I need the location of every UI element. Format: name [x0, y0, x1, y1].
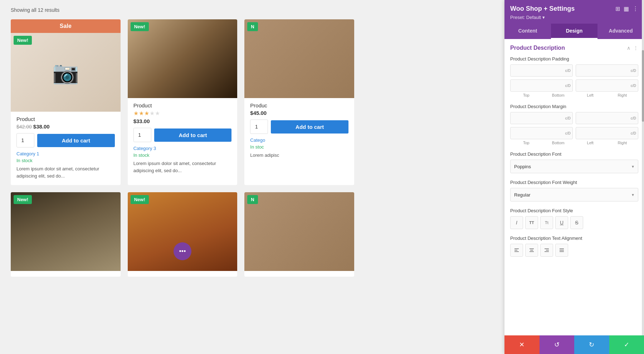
products-grid: Sale 📷 New! Product $42.00$38.00 Add to … — [11, 19, 354, 185]
qty-input-2[interactable] — [133, 128, 151, 142]
margin-label: Product Description Margin — [510, 104, 638, 109]
cancel-button[interactable]: ✕ — [504, 335, 540, 354]
results-count: Showing all 12 results — [11, 7, 494, 13]
margin-right-input[interactable] — [576, 127, 638, 139]
padding-left-unit: c/D — [565, 84, 571, 88]
margin-right-unit: c/D — [630, 131, 636, 135]
save-button[interactable]: ✓ — [609, 335, 644, 354]
align-left-btn[interactable] — [510, 244, 523, 257]
padding-right-input[interactable] — [576, 79, 638, 92]
qty-input-1[interactable] — [16, 133, 34, 147]
product-image-6: N — [244, 192, 354, 271]
margin-right-label: Right — [606, 141, 639, 145]
panel-icon-more[interactable]: ⋮ — [633, 5, 638, 12]
product-card-4: New! — [11, 192, 121, 277]
qty-input-3[interactable] — [250, 120, 268, 134]
align-buttons — [510, 244, 638, 257]
scrollbar-track — [642, 0, 644, 335]
padding-bottom-label: Bottom — [542, 93, 575, 97]
align-right-btn[interactable] — [540, 244, 553, 257]
font-style-group: Product Description Font Style I TT Tt U… — [510, 208, 638, 229]
padding-left-input-wrap: c/D — [510, 79, 573, 92]
align-justify-btn[interactable] — [555, 244, 568, 257]
product-card-3: N Produc $45.00 Add to cart Catego In st… — [244, 19, 354, 185]
panel-preset-arrow: ▾ — [542, 15, 545, 20]
font-weight-label: Product Description Font Weight — [510, 180, 638, 185]
padding-left-input[interactable] — [510, 79, 573, 92]
margin-left-input[interactable] — [510, 127, 573, 139]
stock-status-3: In stoc — [250, 144, 348, 150]
undo-button[interactable]: ↺ — [540, 335, 575, 354]
style-italic-btn[interactable]: I — [510, 216, 523, 229]
panel-tabs: Content Design Advanced — [504, 24, 644, 39]
tab-content[interactable]: Content — [504, 24, 551, 39]
font-select[interactable]: Poppins Open Sans Roboto — [510, 160, 638, 173]
panel-icon-responsive[interactable]: ⊞ — [615, 5, 620, 12]
margin-bottom-input[interactable] — [576, 112, 638, 124]
product-title-3: Produc — [250, 102, 348, 108]
category-link-3[interactable]: Catego — [250, 137, 348, 143]
product-badge-1: New! — [14, 36, 32, 45]
add-to-cart-btn-2[interactable]: Add to cart — [154, 128, 232, 142]
product-badge-2: New! — [131, 22, 149, 31]
panel-header: Woo Shop + Settings ⊞ ▦ ⋮ Preset: Defaul… — [504, 0, 644, 24]
product-card-5: New! ••• — [128, 192, 238, 277]
margin-left-label: Left — [574, 141, 606, 145]
product-badge-3: N — [247, 22, 258, 31]
svg-rect-5 — [530, 251, 534, 252]
panel-body: Product Description ∧ ⋮ Product Descript… — [504, 39, 644, 335]
padding-bottom-unit: c/D — [630, 69, 636, 73]
font-weight-select[interactable]: Regular Bold Light — [510, 188, 638, 202]
scrollbar-thumb[interactable] — [642, 50, 644, 122]
style-underline-btn[interactable]: U — [555, 216, 568, 229]
svg-rect-6 — [545, 248, 549, 249]
product-desc-3: Lorem adipisc — [250, 152, 348, 159]
svg-rect-8 — [545, 251, 549, 252]
product-image-1: 📷 New! — [11, 33, 121, 112]
margin-top-input[interactable] — [510, 112, 573, 124]
panel-icon-layout[interactable]: ▦ — [624, 5, 629, 12]
style-strikethrough-btn[interactable]: S — [570, 216, 583, 229]
section-more-icon[interactable]: ⋮ — [633, 45, 638, 51]
padding-right-label: Right — [606, 93, 639, 97]
svg-rect-4 — [530, 250, 533, 251]
svg-rect-2 — [514, 251, 519, 252]
font-style-label: Product Description Font Style — [510, 208, 638, 213]
product-image-2: New! — [128, 19, 238, 98]
product-image-3: N — [244, 19, 354, 98]
tab-design[interactable]: Design — [551, 24, 597, 39]
section-header: Product Description ∧ ⋮ — [510, 45, 638, 51]
padding-right-input-wrap: c/D — [576, 79, 638, 92]
align-center-btn[interactable] — [525, 244, 538, 257]
product-desc-2: Lorem ipsum dolor sit amet, consectetur … — [133, 160, 232, 174]
font-style-buttons: I TT Tt U S — [510, 216, 638, 229]
margin-left-input-wrap: c/D — [510, 127, 573, 139]
add-to-cart-btn-1[interactable]: Add to cart — [37, 134, 115, 147]
padding-bottom-input[interactable] — [576, 64, 638, 77]
settings-panel: Woo Shop + Settings ⊞ ▦ ⋮ Preset: Defaul… — [504, 0, 644, 354]
margin-top-unit: c/D — [565, 116, 571, 120]
style-uppercase-btn[interactable]: TT — [525, 216, 538, 229]
price-new-2: $33.00 — [133, 118, 150, 124]
product-badge-4: New! — [14, 195, 32, 204]
category-link-2[interactable]: Category 3 — [133, 146, 232, 151]
svg-rect-3 — [530, 248, 534, 249]
margin-bottom-label: Bottom — [542, 141, 575, 145]
padding-top-label: Top — [510, 93, 542, 97]
padding-top-input[interactable] — [510, 64, 573, 77]
padding-label: Product Description Padding — [510, 56, 638, 62]
panel-preset[interactable]: Preset: Default ▾ — [510, 15, 638, 20]
margin-bottom-input-wrap: c/D — [576, 112, 638, 124]
product-card-2: New! Product ★★★★★ $33.00 Add to cart Ca… — [128, 19, 238, 185]
padding-right-unit: c/D — [630, 84, 636, 88]
section-collapse-icon[interactable]: ∧ — [627, 45, 630, 51]
category-link-1[interactable]: Category 1 — [16, 151, 115, 156]
margin-top-input-wrap: c/D — [510, 112, 573, 124]
tab-advanced[interactable]: Advanced — [597, 24, 644, 39]
margin-left-unit: c/D — [565, 131, 571, 135]
style-capitalize-btn[interactable]: Tt — [540, 216, 553, 229]
product-price-1: $42.00$38.00 — [16, 123, 115, 130]
svg-rect-9 — [560, 248, 564, 249]
redo-button[interactable]: ↻ — [574, 335, 609, 354]
add-to-cart-btn-3[interactable]: Add to cart — [271, 120, 348, 134]
